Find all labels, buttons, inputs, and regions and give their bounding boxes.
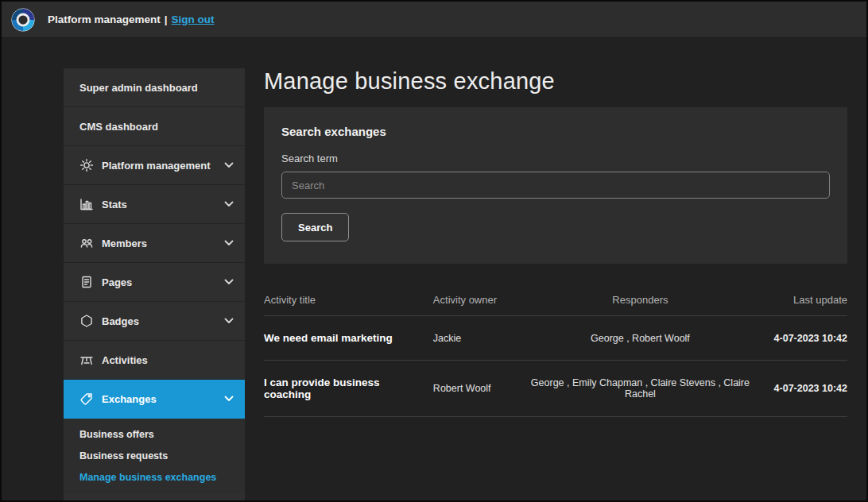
cell-responders: George , Robert Woolf — [526, 316, 754, 361]
app-logo-icon[interactable] — [11, 8, 35, 32]
sidebar-item-cms-dashboard[interactable]: CMS dashboard — [64, 107, 245, 146]
sidebar-item-members[interactable]: Members — [64, 224, 245, 263]
sidebar-item-label: Super admin dashboard — [79, 82, 198, 94]
sidebar-subitem-label: Manage business exchanges — [79, 472, 216, 483]
cell-last-update: 4-07-2023 10:42 — [754, 316, 847, 361]
sidebar-item-stats[interactable]: Stats — [64, 185, 245, 224]
sidebar-item-super-admin-dashboard[interactable]: Super admin dashboard — [64, 68, 245, 107]
sidebar-item-label: Exchanges — [102, 393, 157, 405]
sidebar-item-label: Stats — [102, 199, 127, 210]
cell-responders: George , Emily Chapman , Claire Stevens … — [526, 361, 754, 417]
sidebar-item-activities[interactable]: Activities — [64, 341, 245, 380]
sidebar-subitem-manage-business-exchanges[interactable]: Manage business exchanges — [64, 466, 245, 488]
topbar: Platform management | Sign out — [2, 2, 866, 38]
sidebar-item-pages[interactable]: Pages — [64, 263, 245, 302]
table-row[interactable]: We need email marketing Jackie George , … — [264, 316, 847, 361]
cell-activity-title: I can provide business coaching — [264, 361, 433, 417]
search-card: Search exchanges Search term Search — [264, 107, 847, 264]
sidebar-item-label: Badges — [102, 315, 139, 327]
search-input[interactable] — [281, 172, 830, 199]
sidebar-item-label: Platform management — [102, 160, 211, 172]
sidebar: Super admin dashboard CMS dashboard Plat… — [64, 68, 245, 502]
cell-activity-title: We need email marketing — [264, 316, 433, 361]
page: Platform management | Sign out Super adm… — [0, 0, 868, 502]
content: Super admin dashboard CMS dashboard Plat… — [64, 68, 847, 502]
sidebar-item-exchanges[interactable]: Exchanges — [64, 380, 245, 419]
results-table-section: Activity title Activity owner Responders… — [264, 291, 847, 417]
page-title: Manage business exchange — [264, 68, 847, 95]
search-card-heading: Search exchanges — [281, 125, 830, 138]
table-header-row: Activity title Activity owner Responders… — [264, 291, 847, 316]
sidebar-item-label: Activities — [102, 354, 148, 366]
chevron-down-icon — [224, 201, 234, 207]
search-term-label: Search term — [281, 153, 830, 164]
sidebar-item-platform-management[interactable]: Platform management — [64, 146, 245, 185]
sidebar-subitem-label: Business offers — [79, 429, 154, 440]
cell-last-update: 4-07-2023 10:42 — [754, 361, 847, 417]
exchanges-tag-icon — [79, 392, 94, 406]
sidebar-subitem-label: Business requests — [79, 450, 168, 461]
topbar-separator: | — [165, 14, 168, 25]
chevron-down-icon — [224, 318, 234, 324]
members-icon — [79, 236, 94, 250]
chevron-down-icon — [224, 240, 234, 246]
cell-activity-owner: Robert Woolf — [433, 361, 526, 417]
main-content: Manage business exchange Search exchange… — [264, 68, 847, 502]
header-responders: Responders — [526, 291, 754, 316]
sidebar-subitem-business-offers[interactable]: Business offers — [64, 423, 245, 445]
sidebar-item-badges[interactable]: Badges — [64, 302, 245, 341]
sidebar-subitem-business-requests[interactable]: Business requests — [64, 445, 245, 466]
sidebar-item-label: Pages — [102, 276, 132, 288]
sidebar-item-label: Members — [102, 237, 147, 249]
exchanges-submenu: Business offers Business requests Manage… — [64, 419, 245, 494]
sidebar-item-challenges[interactable]: Challenges — [64, 494, 245, 502]
document-icon — [79, 275, 94, 289]
chevron-down-icon — [224, 162, 234, 168]
hexagon-badge-icon — [79, 314, 94, 328]
header-activity-title: Activity title — [264, 291, 433, 316]
sign-out-link[interactable]: Sign out — [172, 14, 215, 25]
bar-chart-icon — [79, 197, 94, 211]
table-row[interactable]: I can provide business coaching Robert W… — [264, 361, 847, 417]
chevron-down-icon — [224, 279, 234, 285]
gear-icon — [79, 158, 94, 172]
search-button[interactable]: Search — [281, 213, 349, 241]
cell-activity-owner: Jackie — [433, 316, 526, 361]
sidebar-item-label: CMS dashboard — [79, 121, 158, 133]
header-last-update: Last update — [754, 291, 847, 316]
header-activity-owner: Activity owner — [433, 291, 526, 316]
topbar-title: Platform management — [48, 14, 161, 25]
chevron-down-icon — [224, 396, 234, 402]
activities-icon — [79, 353, 94, 367]
exchanges-table: Activity title Activity owner Responders… — [264, 291, 847, 417]
